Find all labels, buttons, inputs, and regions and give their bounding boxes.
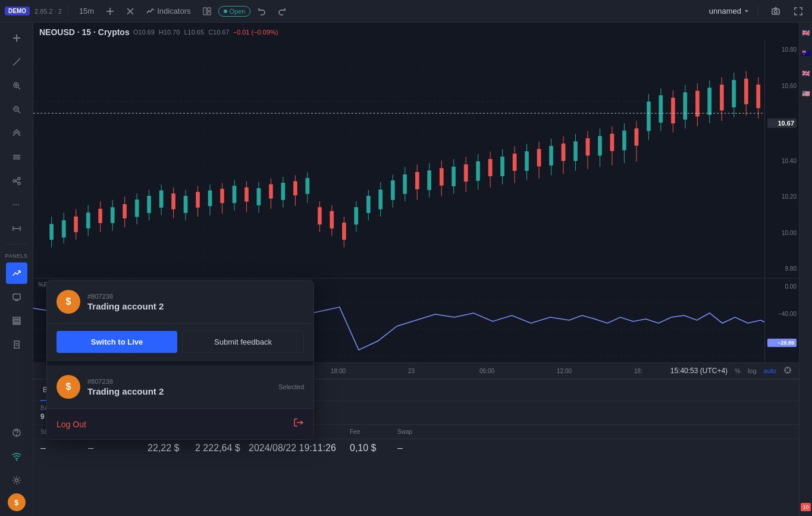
time-1200b: 12:00 [557, 368, 572, 374]
timeframe-label: 15m [79, 7, 94, 15]
log-btn[interactable]: log [748, 367, 757, 374]
svg-rect-46 [50, 224, 54, 240]
svg-rect-2 [203, 8, 206, 15]
switch-live-button[interactable]: Switch to Live [57, 331, 177, 353]
svg-rect-76 [306, 179, 309, 194]
crosshair-toggle[interactable] [783, 366, 792, 376]
add-tool-icon[interactable] [6, 27, 27, 49]
measure-icon[interactable] [6, 218, 27, 239]
line-tool-icon[interactable] [6, 51, 27, 73]
price-10.20: 10.20 [767, 193, 797, 200]
svg-rect-118 [573, 142, 577, 161]
svg-rect-33 [13, 317, 20, 319]
svg-rect-136 [562, 144, 565, 161]
svg-rect-94 [342, 223, 346, 239]
svg-rect-56 [74, 217, 78, 232]
svg-rect-140 [610, 134, 614, 151]
svg-rect-150 [708, 88, 711, 115]
svg-rect-146 [659, 96, 663, 123]
svg-rect-90 [318, 208, 321, 224]
crosshair-button[interactable] [121, 5, 139, 18]
right-panel: 🇬🇧 🇦🇺 🇬🇧 🇺🇸 10 [799, 23, 812, 516]
ind-0: 0.00 [767, 283, 797, 290]
svg-rect-84 [244, 187, 248, 201]
flag-icon-gb2[interactable]: 🇬🇧 [801, 68, 811, 79]
wifi-icon[interactable] [6, 446, 27, 467]
popup-account-item[interactable]: $ #807238 Trading account 2 Selected [47, 365, 313, 408]
fullscreen-button[interactable] [789, 5, 807, 18]
logout-button[interactable]: Log Out [47, 408, 313, 439]
svg-rect-88 [293, 182, 297, 195]
indicators-label: Indicators [157, 7, 190, 15]
time-0600: 06:00 [479, 368, 494, 374]
node-icon[interactable] [6, 170, 27, 192]
td-created-at: 2024/08/22 19:11:26 [249, 443, 350, 454]
table-row[interactable]: – – 22,22 $ 2 222,64 $ 2024/08/22 19:11:… [33, 439, 799, 458]
indicators-button[interactable]: Indicators [142, 4, 195, 18]
td-take-profit: – [88, 443, 148, 454]
account-selector[interactable]: unnamed [709, 7, 750, 15]
screenshot-button[interactable] [767, 5, 785, 18]
zoom-in-icon[interactable] [6, 75, 27, 96]
price-9.80: 9.80 [767, 265, 797, 272]
auto-btn[interactable]: auto [764, 367, 776, 374]
separator [68, 5, 68, 17]
compare-button[interactable] [101, 5, 119, 18]
svg-rect-156 [695, 91, 699, 116]
layout-button[interactable] [198, 5, 216, 18]
svg-rect-62 [148, 196, 151, 212]
percent-btn[interactable]: % [735, 367, 741, 374]
version-label: 2.85.2 · 2 [35, 8, 62, 15]
popup-header: $ #807238 Trading account 2 [47, 280, 313, 324]
redo-button[interactable] [273, 5, 291, 18]
price-10.60: 10.60 [767, 83, 797, 89]
panel-screen-icon[interactable] [6, 286, 27, 308]
flag-icon-au[interactable]: 🇦🇺 [801, 48, 811, 58]
popup-account-id: #807238 [87, 293, 304, 300]
svg-rect-31 [13, 294, 20, 299]
chart-symbol: NEOUSD · 15 · Cryptos [39, 27, 130, 37]
submit-feedback-button[interactable]: Submit feedback [182, 331, 304, 353]
flag-icon-uk[interactable]: 🇬🇧 [801, 27, 811, 38]
popup-item-info: #807238 Trading account 2 [87, 378, 271, 396]
svg-rect-126 [440, 168, 443, 185]
right-bottom-spacer: 10 [801, 503, 810, 511]
zoom-out-icon[interactable] [6, 99, 27, 120]
panel-trading-icon[interactable] [6, 262, 27, 284]
svg-rect-148 [684, 93, 687, 120]
svg-rect-160 [744, 79, 748, 104]
settings-icon[interactable] [6, 470, 27, 491]
svg-rect-58 [99, 209, 102, 223]
svg-rect-96 [355, 208, 358, 224]
svg-rect-50 [86, 213, 90, 229]
timeframe-button[interactable]: 15m [74, 4, 99, 18]
svg-rect-98 [366, 196, 370, 212]
left-sidebar: PANELS $ [0, 23, 33, 516]
svg-rect-132 [513, 154, 516, 170]
top-bar-right: unnamed [709, 5, 807, 18]
svg-rect-68 [208, 190, 212, 206]
popup-account-info: #807238 Trading account 2 [87, 293, 304, 311]
dotted-line-icon[interactable] [6, 194, 27, 215]
chart-ohlc: O10.69 H10.70 L10.65 C10.67 [133, 29, 230, 36]
status-badge[interactable]: Open [218, 6, 251, 17]
svg-rect-162 [757, 85, 760, 108]
help-icon[interactable] [6, 422, 27, 443]
user-avatar[interactable]: $ [8, 493, 26, 511]
svg-rect-48 [62, 220, 65, 237]
price-tag: 10 [801, 503, 810, 511]
svg-point-39 [16, 435, 17, 436]
svg-point-22 [18, 182, 20, 184]
panel-data-icon[interactable] [6, 310, 27, 332]
sidebar-div1 [6, 244, 27, 245]
lines-icon[interactable] [6, 146, 27, 168]
undo-button[interactable] [253, 5, 271, 18]
panel-book-icon[interactable] [6, 334, 27, 355]
td-exposure: 2 222,64 $ [195, 443, 249, 454]
popup-avatar: $ [57, 290, 80, 314]
svg-rect-102 [391, 181, 394, 200]
flag-icon-us[interactable]: 🇺🇸 [801, 88, 811, 99]
logout-icon [293, 417, 304, 431]
multi-chart-icon[interactable] [6, 123, 27, 144]
svg-rect-104 [403, 174, 407, 193]
